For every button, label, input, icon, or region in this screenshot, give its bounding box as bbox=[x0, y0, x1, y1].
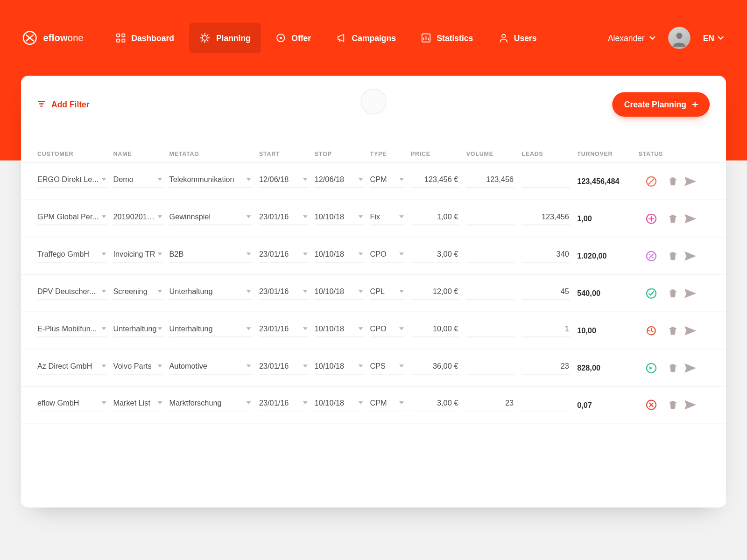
type-select[interactable]: Fix bbox=[370, 212, 405, 225]
status-inprogress-icon[interactable] bbox=[645, 361, 658, 374]
start-select[interactable]: 23/01/16 bbox=[259, 361, 309, 374]
status-checked-icon[interactable] bbox=[645, 287, 658, 300]
name-select[interactable]: Volvo Parts bbox=[113, 361, 164, 374]
send-icon[interactable] bbox=[684, 363, 697, 373]
status-error-icon[interactable] bbox=[645, 399, 658, 412]
user-menu[interactable]: Alexander bbox=[608, 33, 655, 42]
volume-input[interactable] bbox=[466, 287, 515, 300]
name-select[interactable]: Invoicing TR bbox=[113, 249, 164, 262]
type-select[interactable]: CPO bbox=[370, 249, 405, 262]
stop-select[interactable]: 10/10/18 bbox=[315, 287, 364, 300]
customer-select[interactable]: GPM Global Per... bbox=[37, 212, 107, 225]
col-start: START bbox=[259, 150, 315, 157]
stop-select[interactable]: 10/10/18 bbox=[315, 249, 364, 262]
customer-select[interactable]: eflow GmbH bbox=[37, 399, 107, 412]
avatar[interactable] bbox=[668, 27, 691, 49]
send-icon[interactable] bbox=[684, 251, 697, 261]
price-input[interactable]: 3,00 € bbox=[411, 249, 459, 262]
leads-input[interactable]: 45 bbox=[522, 287, 571, 300]
volume-input[interactable] bbox=[466, 361, 515, 374]
name-select[interactable]: Screening bbox=[113, 287, 164, 300]
language-switcher[interactable]: EN bbox=[703, 33, 724, 42]
volume-input[interactable] bbox=[466, 212, 515, 225]
name-select[interactable]: Unterhaltung bbox=[113, 324, 164, 337]
chevron-down-icon bbox=[158, 327, 162, 330]
volume-input[interactable]: 123,456 bbox=[466, 175, 515, 188]
trash-icon[interactable] bbox=[668, 288, 678, 299]
stop-select[interactable]: 10/10/18 bbox=[315, 361, 364, 374]
volume-input[interactable] bbox=[466, 324, 515, 337]
send-icon[interactable] bbox=[684, 176, 697, 187]
trash-icon[interactable] bbox=[668, 213, 678, 224]
status-blocked-icon[interactable] bbox=[645, 175, 658, 188]
status-discount-icon[interactable] bbox=[645, 249, 658, 262]
customer-select[interactable]: Traffego GmbH bbox=[37, 249, 107, 262]
metatag-select[interactable]: Automotive bbox=[169, 361, 253, 374]
leads-input[interactable]: 340 bbox=[522, 249, 571, 262]
stop-select[interactable]: 10/10/18 bbox=[315, 324, 364, 337]
nav-item-campaigns[interactable]: Campaigns bbox=[326, 23, 407, 53]
send-icon[interactable] bbox=[684, 288, 697, 299]
customer-select[interactable]: Az Direct GmbH bbox=[37, 361, 107, 374]
leads-input[interactable]: 123,456 bbox=[522, 212, 571, 225]
metatag-select[interactable]: Marktforschung bbox=[169, 399, 253, 412]
send-icon[interactable] bbox=[684, 325, 697, 336]
trash-icon[interactable] bbox=[668, 363, 678, 373]
add-filter-button[interactable]: Add Filter bbox=[37, 99, 90, 109]
leads-input[interactable]: 1 bbox=[522, 324, 571, 337]
name-select[interactable]: Demo bbox=[113, 175, 164, 188]
stop-select[interactable]: 10/10/18 bbox=[315, 399, 364, 412]
volume-input[interactable]: 23 bbox=[466, 399, 515, 412]
customer-select[interactable]: DPV Deutscher... bbox=[37, 287, 107, 300]
send-icon[interactable] bbox=[684, 399, 697, 410]
chevron-down-icon bbox=[303, 290, 308, 293]
leads-input[interactable] bbox=[522, 175, 571, 188]
price-input[interactable]: 10,00 € bbox=[411, 324, 459, 337]
trash-icon[interactable] bbox=[668, 399, 678, 410]
chevron-down-icon bbox=[158, 215, 162, 218]
metatag-select[interactable]: Telekommunikation bbox=[169, 175, 253, 188]
start-select[interactable]: 23/01/16 bbox=[259, 324, 309, 337]
status-history-icon[interactable] bbox=[645, 324, 658, 337]
status-add-icon[interactable] bbox=[645, 212, 658, 225]
stop-select[interactable]: 10/10/18 bbox=[315, 212, 364, 225]
start-select[interactable]: 23/01/16 bbox=[259, 212, 309, 225]
start-select[interactable]: 23/01/16 bbox=[259, 287, 309, 300]
start-select[interactable]: 23/01/16 bbox=[259, 249, 309, 262]
nav-item-users[interactable]: Users bbox=[488, 23, 547, 53]
type-select[interactable]: CPM bbox=[370, 399, 405, 412]
metatag-select[interactable]: B2B bbox=[169, 249, 253, 262]
customer-select[interactable]: E-Plus Mobilfun... bbox=[37, 324, 107, 337]
create-planning-button[interactable]: Create Planning bbox=[613, 92, 710, 117]
type-select[interactable]: CPM bbox=[370, 175, 405, 188]
volume-input[interactable] bbox=[466, 249, 515, 262]
price-input[interactable]: 12,00 € bbox=[411, 287, 459, 300]
start-select[interactable]: 12/06/18 bbox=[259, 175, 309, 188]
nav-item-dashboard[interactable]: Dashboard bbox=[106, 23, 184, 53]
price-input[interactable]: 123,456 € bbox=[411, 175, 459, 188]
nav-item-offer[interactable]: Offer bbox=[266, 23, 321, 53]
trash-icon[interactable] bbox=[668, 251, 678, 261]
brand-logo[interactable]: eflowone bbox=[22, 30, 84, 46]
type-select[interactable]: CPO bbox=[370, 324, 405, 337]
nav-item-planning[interactable]: Planning bbox=[189, 23, 261, 53]
customer-select[interactable]: ERGO Direkt Le... bbox=[37, 175, 107, 188]
send-icon[interactable] bbox=[684, 213, 697, 224]
price-input[interactable]: 1,00 € bbox=[411, 212, 459, 225]
nav-item-statistics[interactable]: Statistics bbox=[411, 23, 483, 53]
type-select[interactable]: CPL bbox=[370, 287, 405, 300]
metatag-select[interactable]: Unterhaltung bbox=[169, 287, 253, 300]
leads-input[interactable]: 23 bbox=[522, 361, 571, 374]
price-input[interactable]: 36,00 € bbox=[411, 361, 459, 374]
name-select[interactable]: 20190201_t... bbox=[113, 212, 164, 225]
start-select[interactable]: 23/01/16 bbox=[259, 399, 309, 412]
stop-select[interactable]: 12/06/18 bbox=[315, 175, 364, 188]
price-input[interactable]: 3,00 € bbox=[411, 399, 459, 412]
metatag-select[interactable]: Gewinnspiel bbox=[169, 212, 253, 225]
trash-icon[interactable] bbox=[668, 176, 678, 187]
leads-input[interactable] bbox=[522, 399, 571, 412]
metatag-select[interactable]: Unterhaltung bbox=[169, 324, 253, 337]
trash-icon[interactable] bbox=[668, 325, 678, 336]
type-select[interactable]: CPS bbox=[370, 361, 405, 374]
name-select[interactable]: Market List bbox=[113, 399, 164, 412]
